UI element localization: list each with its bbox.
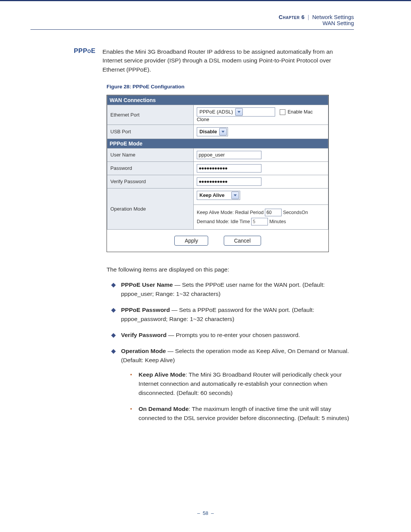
mode-header: PPPoE Mode [107,139,328,148]
row-verify: Verify Password ●●●●●●●●●●● [107,175,328,188]
intro-text: Enables the Mini 3G Broadband Router IP … [102,47,354,74]
row-operation: Operation Mode Keep Alive Keep Alive Mod… [107,188,328,229]
list-item: PPPoE User Name — Sets the PPPoE user na… [110,280,354,299]
chapter-label: Chapter 6 [279,14,304,20]
page: Chapter 6 | Network Settings WAN Setting… [0,0,411,532]
sub-list: Keep Alive Mode: The Mini 3G Broadband R… [128,370,354,423]
post-text: The following items are displayed on thi… [107,265,354,423]
verify-label: Verify Password [107,175,194,188]
idle-time-input[interactable]: 5 [251,218,268,225]
figure-caption: Figure 28: PPPoE Configuration [107,84,354,89]
username-label: User Name [107,148,194,161]
redial-period-input[interactable]: 60 [265,209,282,216]
header-separator: | [308,14,309,20]
list-item: On Demand Mode: The maximum length of in… [128,404,354,423]
page-number: – 58 – [0,510,411,516]
row-username: User Name pppoe_user [107,148,328,161]
row-password: Password ●●●●●●●●●●● [107,161,328,175]
section-label: Network Settings [312,14,354,20]
operation-select[interactable]: Keep Alive [197,191,240,200]
list-item: Operation Mode — Selects the operation m… [110,347,354,423]
ethernet-select[interactable]: PPPoE (ADSL) [197,107,275,117]
button-row: Apply Cancel [107,230,328,252]
subsection-label: WAN Setting [279,20,354,26]
intro-row: PPPoE Enables the Mini 3G Broadband Rout… [76,47,354,74]
list-item: PPPoE Password — Sets a PPPoE password f… [110,305,354,324]
ethernet-label: Ethernet Port [107,105,194,125]
post-lead: The following items are displayed on thi… [107,265,354,274]
chevron-down-icon [235,108,243,116]
username-input[interactable]: pppoe_user [197,151,261,159]
checkbox-icon [280,109,285,115]
password-label: Password [107,161,194,175]
chevron-down-icon [219,128,227,136]
keepalive-line: Keep Alive Mode: Redial Period 60 Second… [197,209,325,216]
demand-line: Demand Mode: Idle Time 5 Minutes [197,218,325,225]
config-panel: WAN Connections Ethernet Port PPPoE (ADS… [107,95,329,252]
usb-label: USB Port [107,125,194,139]
chevron-down-icon [231,192,239,199]
cancel-button[interactable]: Cancel [224,236,261,246]
password-input[interactable]: ●●●●●●●●●●● [197,164,261,173]
wan-header: WAN Connections [107,95,328,105]
usb-select[interactable]: Disable [197,127,228,136]
item-list: PPPoE User Name — Sets the PPPoE user na… [110,280,354,423]
row-ethernet: Ethernet Port PPPoE (ADSL) Enable Mac Cl… [107,105,328,125]
list-item: Keep Alive Mode: The Mini 3G Broadband R… [128,370,354,398]
operation-label: Operation Mode [107,188,194,229]
page-header: Chapter 6 | Network Settings WAN Setting [0,1,411,29]
section-title: PPPoE [74,47,96,74]
row-usb: USB Port Disable [107,125,328,139]
list-item: Verify Password — Prompts you to re-ente… [110,331,354,340]
apply-button[interactable]: Apply [174,236,208,246]
verify-input[interactable]: ●●●●●●●●●●● [197,177,261,186]
